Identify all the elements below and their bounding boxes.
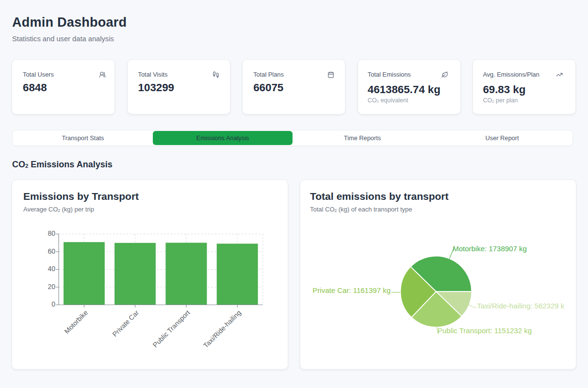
svg-text:Private Car: 1161397 kg: Private Car: 1161397 kg [312, 286, 391, 294]
svg-text:20: 20 [48, 283, 55, 291]
svg-text:40: 40 [48, 265, 55, 273]
svg-text:80: 80 [48, 229, 55, 237]
svg-text:Taxi/Ride-hailing: Taxi/Ride-hailing [202, 308, 243, 349]
svg-text:Public Transport: Public Transport [151, 308, 192, 349]
svg-text:60: 60 [48, 247, 55, 255]
svg-text:0: 0 [51, 300, 55, 308]
svg-text:Motorbike: Motorbike [63, 308, 89, 335]
svg-text:Public Transport: 1151232 kg: Public Transport: 1151232 kg [438, 326, 532, 335]
svg-text:Taxi/Ride-hailing: 562329 kg: Taxi/Ride-hailing: 562329 kg [477, 302, 564, 310]
svg-text:Private Car: Private Car [111, 308, 140, 338]
svg-text:Motorbike: 1738907 kg: Motorbike: 1738907 kg [453, 244, 527, 253]
